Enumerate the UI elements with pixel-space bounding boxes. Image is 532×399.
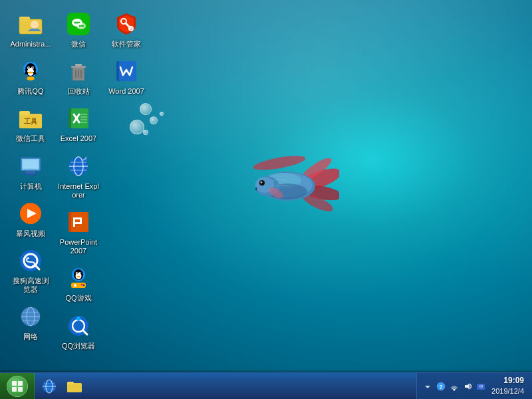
clock-time: 19:09: [491, 375, 524, 386]
svg-text:中: 中: [479, 384, 483, 389]
tray-icon-network[interactable]: [449, 381, 460, 392]
svg-point-87: [76, 273, 78, 274]
tray-icon-question[interactable]: ?: [436, 381, 446, 392]
manager-label: 软件管家: [112, 40, 141, 49]
desktop-icon-recycle-bin[interactable]: 回收站: [55, 54, 102, 100]
excel-label: Excel 2007: [61, 134, 96, 143]
administrator-label: Administra...: [10, 40, 51, 49]
system-tray: ? 中: [416, 373, 532, 399]
desktop-icon-qq-browser[interactable]: QQ浏览器: [55, 309, 102, 354]
sogou-label: 搜狗高速浏览器: [9, 277, 52, 294]
svg-rect-35: [23, 174, 38, 175]
svg-rect-104: [18, 381, 23, 386]
desktop-icons-area: Administra... 腾讯QQ: [7, 7, 150, 366]
svg-point-6: [262, 173, 313, 197]
svg-rect-106: [18, 387, 23, 392]
start-button[interactable]: [0, 373, 35, 400]
desktop: Administra... 腾讯QQ: [0, 0, 532, 399]
svg-point-0: [295, 164, 339, 195]
svg-rect-14: [19, 19, 42, 34]
start-orb: [7, 376, 28, 397]
svg-point-11: [259, 180, 265, 186]
taskbar-folder-icon[interactable]: [63, 375, 86, 398]
svg-point-51: [76, 22, 78, 24]
bubble: [160, 112, 164, 116]
svg-rect-34: [26, 171, 35, 174]
ie-label: Internet Explorer: [57, 182, 100, 200]
svg-point-92: [81, 284, 82, 285]
taskbar: ? 中: [0, 372, 532, 399]
desktop-icon-sogou[interactable]: 搜狗高速浏览器: [7, 243, 55, 298]
system-clock[interactable]: 19:09 2019/12/4: [489, 375, 527, 396]
qq-label: 腾讯QQ: [17, 87, 43, 96]
svg-point-91: [74, 284, 76, 287]
taskbar-pinned-icons: [35, 375, 416, 398]
svg-point-3: [301, 191, 335, 215]
bubble: [150, 116, 158, 124]
svg-point-56: [82, 25, 84, 27]
svg-point-2: [297, 154, 334, 184]
desktop-icon-manager[interactable]: 软件管家: [102, 7, 150, 53]
desktop-icon-baofeng[interactable]: 暴风视频: [7, 196, 55, 242]
computer-label: 计算机: [20, 182, 42, 191]
tray-icon-input-method[interactable]: 中: [475, 381, 486, 392]
weizhi-gongju-label: 微信工具: [16, 134, 45, 143]
svg-rect-59: [75, 64, 82, 66]
svg-point-55: [80, 25, 82, 27]
svg-point-5: [259, 172, 315, 201]
desktop-icon-computer[interactable]: 计算机: [7, 149, 55, 195]
svg-text:?: ?: [439, 384, 443, 390]
svg-point-89: [77, 276, 80, 277]
svg-rect-30: [19, 111, 30, 115]
svg-point-7: [264, 173, 301, 189]
svg-point-28: [27, 76, 35, 80]
desktop-icon-excel[interactable]: Excel 2007: [55, 101, 102, 147]
desktop-icon-qq-game[interactable]: QQ游戏: [55, 261, 102, 307]
desktop-icon-ppt[interactable]: PowerPoint 2007: [55, 205, 102, 259]
clock-date: 2019/12/4: [491, 386, 524, 396]
svg-point-17: [31, 21, 39, 29]
svg-point-25: [29, 72, 33, 74]
desktop-icon-weizhi-gongju[interactable]: 工具 微信工具: [7, 101, 55, 147]
svg-point-12: [261, 182, 263, 184]
svg-point-54: [79, 25, 80, 27]
svg-point-13: [267, 186, 285, 200]
svg-rect-113: [67, 382, 74, 384]
svg-rect-79: [73, 217, 80, 219]
svg-rect-36: [23, 160, 38, 168]
desktop-icon-ie[interactable]: Internet Explorer: [55, 149, 102, 203]
svg-point-50: [74, 22, 76, 24]
desktop-icon-qq[interactable]: 腾讯QQ: [7, 54, 55, 100]
svg-point-8: [267, 184, 307, 200]
svg-rect-112: [67, 383, 82, 392]
desktop-icon-network[interactable]: 网络: [7, 299, 55, 345]
svg-point-117: [454, 388, 456, 390]
svg-marker-114: [425, 386, 430, 388]
baofeng-label: 暴风视频: [16, 229, 45, 238]
tray-icon-volume[interactable]: [462, 381, 473, 392]
taskbar-ie-icon[interactable]: [37, 375, 61, 398]
svg-point-88: [80, 273, 81, 274]
desktop-icon-word[interactable]: Word 2007: [102, 54, 150, 100]
word-label: Word 2007: [108, 87, 144, 96]
svg-point-10: [255, 177, 274, 193]
svg-rect-58: [71, 66, 86, 68]
wechat-label: 微信: [71, 40, 86, 49]
svg-rect-103: [12, 381, 17, 386]
svg-point-23: [29, 67, 30, 68]
desktop-icon-administrator[interactable]: Administra...: [7, 7, 55, 53]
ppt-label: PowerPoint 2007: [57, 238, 100, 255]
recycle-bin-label: 回收站: [68, 87, 90, 96]
svg-point-1: [302, 183, 339, 203]
svg-rect-81: [80, 217, 82, 224]
qq-game-label: QQ游戏: [65, 294, 91, 303]
svg-rect-15: [19, 17, 30, 21]
svg-point-9: [255, 176, 279, 196]
tray-icon-hide-arrow[interactable]: [422, 381, 433, 392]
svg-point-24: [33, 67, 34, 68]
svg-rect-64: [71, 108, 88, 128]
svg-point-93: [83, 285, 84, 286]
svg-marker-118: [465, 383, 469, 390]
svg-point-4: [252, 153, 307, 173]
desktop-icon-wechat[interactable]: 微信: [55, 7, 102, 53]
